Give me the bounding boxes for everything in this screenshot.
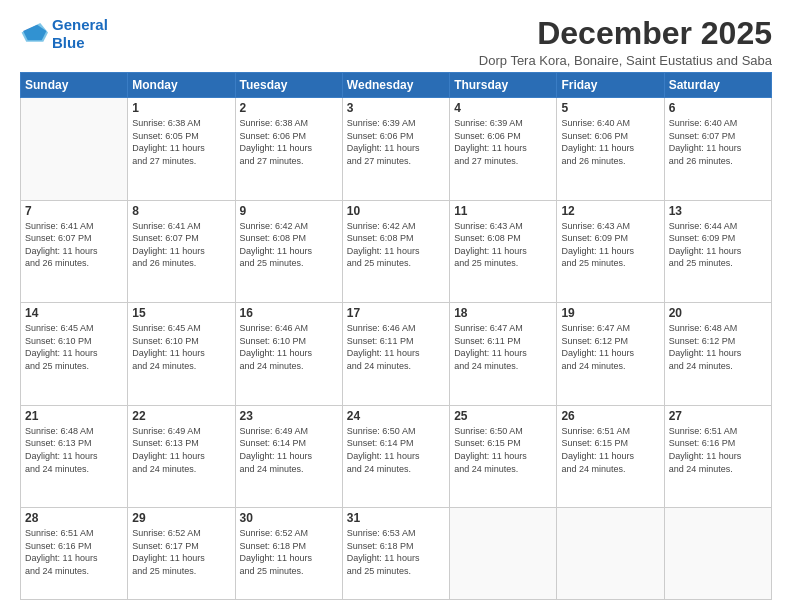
day-number: 9: [240, 204, 338, 218]
day-number: 2: [240, 101, 338, 115]
table-row: 20Sunrise: 6:48 AMSunset: 6:12 PMDayligh…: [664, 303, 771, 406]
day-number: 13: [669, 204, 767, 218]
day-number: 31: [347, 511, 445, 525]
day-number: 7: [25, 204, 123, 218]
table-row: 23Sunrise: 6:49 AMSunset: 6:14 PMDayligh…: [235, 405, 342, 508]
logo-line1: General: [52, 16, 108, 33]
day-info: Sunrise: 6:40 AMSunset: 6:06 PMDaylight:…: [561, 117, 659, 167]
day-info: Sunrise: 6:47 AMSunset: 6:11 PMDaylight:…: [454, 322, 552, 372]
table-row: [664, 508, 771, 600]
day-info: Sunrise: 6:42 AMSunset: 6:08 PMDaylight:…: [347, 220, 445, 270]
day-info: Sunrise: 6:48 AMSunset: 6:13 PMDaylight:…: [25, 425, 123, 475]
col-sunday: Sunday: [21, 73, 128, 98]
day-number: 29: [132, 511, 230, 525]
table-row: 15Sunrise: 6:45 AMSunset: 6:10 PMDayligh…: [128, 303, 235, 406]
day-number: 14: [25, 306, 123, 320]
table-row: 18Sunrise: 6:47 AMSunset: 6:11 PMDayligh…: [450, 303, 557, 406]
subtitle: Dorp Tera Kora, Bonaire, Saint Eustatius…: [479, 53, 772, 68]
header: General Blue December 2025 Dorp Tera Kor…: [20, 16, 772, 68]
table-row: 28Sunrise: 6:51 AMSunset: 6:16 PMDayligh…: [21, 508, 128, 600]
table-row: 2Sunrise: 6:38 AMSunset: 6:06 PMDaylight…: [235, 98, 342, 201]
day-info: Sunrise: 6:46 AMSunset: 6:10 PMDaylight:…: [240, 322, 338, 372]
day-number: 15: [132, 306, 230, 320]
table-row: 30Sunrise: 6:52 AMSunset: 6:18 PMDayligh…: [235, 508, 342, 600]
day-info: Sunrise: 6:51 AMSunset: 6:15 PMDaylight:…: [561, 425, 659, 475]
calendar-row-4: 21Sunrise: 6:48 AMSunset: 6:13 PMDayligh…: [21, 405, 772, 508]
table-row: 11Sunrise: 6:43 AMSunset: 6:08 PMDayligh…: [450, 200, 557, 303]
month-title: December 2025: [479, 16, 772, 51]
day-number: 20: [669, 306, 767, 320]
col-thursday: Thursday: [450, 73, 557, 98]
table-row: 16Sunrise: 6:46 AMSunset: 6:10 PMDayligh…: [235, 303, 342, 406]
table-row: 7Sunrise: 6:41 AMSunset: 6:07 PMDaylight…: [21, 200, 128, 303]
day-info: Sunrise: 6:41 AMSunset: 6:07 PMDaylight:…: [25, 220, 123, 270]
day-info: Sunrise: 6:50 AMSunset: 6:15 PMDaylight:…: [454, 425, 552, 475]
table-row: 8Sunrise: 6:41 AMSunset: 6:07 PMDaylight…: [128, 200, 235, 303]
table-row: 9Sunrise: 6:42 AMSunset: 6:08 PMDaylight…: [235, 200, 342, 303]
logo-text: General Blue: [52, 16, 108, 52]
col-monday: Monday: [128, 73, 235, 98]
col-tuesday: Tuesday: [235, 73, 342, 98]
day-info: Sunrise: 6:49 AMSunset: 6:14 PMDaylight:…: [240, 425, 338, 475]
logo-line2: Blue: [52, 34, 85, 51]
day-number: 16: [240, 306, 338, 320]
day-info: Sunrise: 6:38 AMSunset: 6:05 PMDaylight:…: [132, 117, 230, 167]
day-number: 11: [454, 204, 552, 218]
day-number: 4: [454, 101, 552, 115]
day-info: Sunrise: 6:45 AMSunset: 6:10 PMDaylight:…: [132, 322, 230, 372]
table-row: 6Sunrise: 6:40 AMSunset: 6:07 PMDaylight…: [664, 98, 771, 201]
table-row: 26Sunrise: 6:51 AMSunset: 6:15 PMDayligh…: [557, 405, 664, 508]
day-info: Sunrise: 6:42 AMSunset: 6:08 PMDaylight:…: [240, 220, 338, 270]
table-row: 10Sunrise: 6:42 AMSunset: 6:08 PMDayligh…: [342, 200, 449, 303]
day-number: 25: [454, 409, 552, 423]
day-info: Sunrise: 6:45 AMSunset: 6:10 PMDaylight:…: [25, 322, 123, 372]
day-info: Sunrise: 6:51 AMSunset: 6:16 PMDaylight:…: [25, 527, 123, 577]
logo: General Blue: [20, 16, 108, 52]
table-row: 21Sunrise: 6:48 AMSunset: 6:13 PMDayligh…: [21, 405, 128, 508]
day-number: 24: [347, 409, 445, 423]
table-row: 22Sunrise: 6:49 AMSunset: 6:13 PMDayligh…: [128, 405, 235, 508]
col-wednesday: Wednesday: [342, 73, 449, 98]
table-row: [557, 508, 664, 600]
day-number: 8: [132, 204, 230, 218]
day-info: Sunrise: 6:43 AMSunset: 6:09 PMDaylight:…: [561, 220, 659, 270]
day-info: Sunrise: 6:46 AMSunset: 6:11 PMDaylight:…: [347, 322, 445, 372]
title-block: December 2025 Dorp Tera Kora, Bonaire, S…: [479, 16, 772, 68]
table-row: 3Sunrise: 6:39 AMSunset: 6:06 PMDaylight…: [342, 98, 449, 201]
col-friday: Friday: [557, 73, 664, 98]
calendar-row-5: 28Sunrise: 6:51 AMSunset: 6:16 PMDayligh…: [21, 508, 772, 600]
table-row: 12Sunrise: 6:43 AMSunset: 6:09 PMDayligh…: [557, 200, 664, 303]
page: General Blue December 2025 Dorp Tera Kor…: [0, 0, 792, 612]
day-info: Sunrise: 6:43 AMSunset: 6:08 PMDaylight:…: [454, 220, 552, 270]
calendar-row-1: 1Sunrise: 6:38 AMSunset: 6:05 PMDaylight…: [21, 98, 772, 201]
table-row: [450, 508, 557, 600]
day-info: Sunrise: 6:39 AMSunset: 6:06 PMDaylight:…: [347, 117, 445, 167]
day-number: 3: [347, 101, 445, 115]
day-number: 12: [561, 204, 659, 218]
day-number: 21: [25, 409, 123, 423]
table-row: 4Sunrise: 6:39 AMSunset: 6:06 PMDaylight…: [450, 98, 557, 201]
day-number: 5: [561, 101, 659, 115]
table-row: 29Sunrise: 6:52 AMSunset: 6:17 PMDayligh…: [128, 508, 235, 600]
day-info: Sunrise: 6:51 AMSunset: 6:16 PMDaylight:…: [669, 425, 767, 475]
svg-marker-2: [22, 23, 48, 42]
table-row: 31Sunrise: 6:53 AMSunset: 6:18 PMDayligh…: [342, 508, 449, 600]
day-number: 19: [561, 306, 659, 320]
day-number: 30: [240, 511, 338, 525]
calendar-table: Sunday Monday Tuesday Wednesday Thursday…: [20, 72, 772, 600]
table-row: 19Sunrise: 6:47 AMSunset: 6:12 PMDayligh…: [557, 303, 664, 406]
table-row: 24Sunrise: 6:50 AMSunset: 6:14 PMDayligh…: [342, 405, 449, 508]
day-info: Sunrise: 6:52 AMSunset: 6:18 PMDaylight:…: [240, 527, 338, 577]
day-info: Sunrise: 6:38 AMSunset: 6:06 PMDaylight:…: [240, 117, 338, 167]
day-number: 28: [25, 511, 123, 525]
day-number: 26: [561, 409, 659, 423]
day-info: Sunrise: 6:53 AMSunset: 6:18 PMDaylight:…: [347, 527, 445, 577]
table-row: 27Sunrise: 6:51 AMSunset: 6:16 PMDayligh…: [664, 405, 771, 508]
calendar-header-row: Sunday Monday Tuesday Wednesday Thursday…: [21, 73, 772, 98]
logo-icon: [20, 20, 48, 48]
day-number: 27: [669, 409, 767, 423]
day-info: Sunrise: 6:48 AMSunset: 6:12 PMDaylight:…: [669, 322, 767, 372]
table-row: 1Sunrise: 6:38 AMSunset: 6:05 PMDaylight…: [128, 98, 235, 201]
day-info: Sunrise: 6:49 AMSunset: 6:13 PMDaylight:…: [132, 425, 230, 475]
day-number: 23: [240, 409, 338, 423]
